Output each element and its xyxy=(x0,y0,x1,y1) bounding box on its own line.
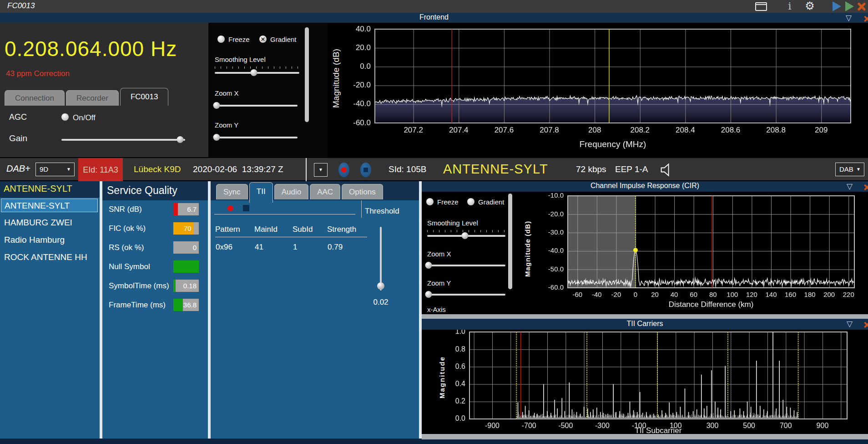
gain-slider[interactable] xyxy=(61,139,185,141)
output-select[interactable]: DAB ▼ xyxy=(835,163,864,176)
window-icon[interactable] xyxy=(755,2,767,11)
info-icon[interactable]: i xyxy=(784,0,795,11)
record-button[interactable] xyxy=(338,163,349,177)
cir-plot[interactable] xyxy=(516,192,868,314)
timestamp: 2020-02-06 13:39:27 Z xyxy=(193,164,283,174)
cir-zoom-y-slider[interactable] xyxy=(427,294,505,296)
cir-gradient-radio[interactable] xyxy=(467,198,474,205)
zoom-y-label: Zoom Y xyxy=(215,121,238,129)
main-area: ANTENNE-SYLT ANTENNE-SYLTHAMBURG ZWEIRad… xyxy=(0,181,868,444)
tii-table-header: MainId xyxy=(254,225,293,237)
tii-table-cell: 0.79 xyxy=(327,237,367,253)
horizontal-scrollbar[interactable] xyxy=(422,314,868,319)
collapse-triangle-icon[interactable]: ▽ xyxy=(847,319,853,329)
station-list-item[interactable]: ANTENNE-SYLT xyxy=(1,199,98,212)
threshold-label: Threshold xyxy=(365,207,399,216)
threshold-slider[interactable] xyxy=(380,227,382,291)
panel-close-icon[interactable] xyxy=(864,184,868,190)
cir-smoothing-slider[interactable] xyxy=(427,235,505,237)
ppm-correction: 43 ppm Correction xyxy=(6,69,70,78)
station-list-item[interactable]: HAMBURG ZWEI xyxy=(1,216,98,230)
frontend-tab-fc0013[interactable]: FC0013 xyxy=(120,88,168,106)
cir-zoom-y-slider-knob[interactable] xyxy=(425,291,432,298)
sq-value: 6.7 xyxy=(187,203,197,215)
freeze-radio[interactable] xyxy=(217,36,225,43)
cir-panel-title: Channel Impulse Response (CIR) xyxy=(422,182,868,190)
zoom-x-label: Zoom X xyxy=(215,89,239,97)
detail-tab-audio[interactable]: Audio xyxy=(274,184,308,199)
cir-controls-scrollbar[interactable] xyxy=(508,194,512,289)
smoothing-slider[interactable] xyxy=(215,72,299,74)
detail-panel: SyncTIIAudioAACOptions PatternMainIdSubI… xyxy=(211,181,419,439)
gain-slider-knob[interactable] xyxy=(177,136,184,143)
gradient-radio[interactable] xyxy=(259,36,267,43)
output-select-value: DAB xyxy=(839,163,853,176)
current-service-name: ANTENNE-SYLT xyxy=(443,162,548,177)
zoom-y-slider-knob[interactable] xyxy=(213,134,220,141)
station-list-item[interactable]: Radio Hamburg xyxy=(1,233,98,247)
threshold-slider-knob[interactable] xyxy=(377,282,384,290)
tuner-panel: 0.208.064.000 Hz 43 ppm Correction Conne… xyxy=(0,23,208,157)
stop-button[interactable] xyxy=(360,163,371,177)
cir-panel: Freeze Gradient Smoothing Level Zoom X Z… xyxy=(422,192,868,314)
sq-bar: 0 xyxy=(173,241,199,254)
collapse-triangle-icon[interactable]: ▽ xyxy=(847,182,853,191)
close-icon[interactable] xyxy=(857,2,866,11)
tii-tab-content: PatternMainIdSubIdStrength0x964110.79 Th… xyxy=(211,200,419,439)
station-list-item[interactable]: ROCK ANTENNE HH xyxy=(1,250,98,264)
sq-bar-fill xyxy=(173,299,183,311)
sq-bar-fill xyxy=(173,260,199,273)
dump-dropdown-button[interactable]: ▼ xyxy=(314,163,328,177)
spectrum-plot[interactable] xyxy=(328,23,868,157)
frontend-tab-recorder[interactable]: Recorder xyxy=(66,90,119,106)
spectrum-controls: Freeze Gradient Smoothing Level Zoom X Z… xyxy=(208,23,328,157)
divider xyxy=(361,200,362,218)
play-blue-icon[interactable] xyxy=(833,1,841,11)
service-id: SId: 105B xyxy=(389,164,426,174)
station-list-header-label: ANTENNE-SYLT xyxy=(4,184,72,194)
play-green-icon[interactable] xyxy=(845,1,854,11)
channel-select[interactable]: 9D ▼ xyxy=(35,163,75,176)
frontend-tab-connection[interactable]: Connection xyxy=(5,90,65,106)
record-icon xyxy=(341,167,347,173)
smoothing-slider-knob[interactable] xyxy=(250,69,257,76)
tii-table-cell: 0x96 xyxy=(215,237,254,253)
service-quality-panel: Service Quality SNR (dB)6.7FIC (ok %)70R… xyxy=(102,181,208,439)
fc0013-app: FC0013 i ⚙ Frontend ▽ 0.208.064.000 Hz 4… xyxy=(0,0,868,444)
panel-close-icon[interactable] xyxy=(864,322,868,328)
gain-label: Gain xyxy=(9,133,27,143)
cir-freeze-radio[interactable] xyxy=(426,198,434,205)
horizontal-scrollbar[interactable] xyxy=(422,434,868,439)
frequency-display: 0.208.064.000 Hz xyxy=(5,36,177,61)
channel-select-value: 9D xyxy=(40,163,48,176)
tii-carriers-panel: Magnitude TII Subcarrier xyxy=(422,330,868,434)
speaker-icon[interactable] xyxy=(660,163,673,177)
detail-tab-tii[interactable]: TII xyxy=(249,182,273,203)
panel-close-icon[interactable] xyxy=(864,15,868,22)
gear-icon[interactable]: ⚙ xyxy=(804,0,815,10)
chevron-down-icon: ▼ xyxy=(856,163,861,176)
cir-zoom-x-slider-knob[interactable] xyxy=(425,262,432,269)
sq-row-label: FIC (ok %) xyxy=(109,222,146,235)
controls-scrollbar[interactable] xyxy=(305,27,309,122)
sq-bar-fill xyxy=(173,203,178,215)
dab-mode-label: DAB+ xyxy=(6,163,30,174)
detail-tab-sync[interactable]: Sync xyxy=(216,184,248,199)
ensemble-id-badge: EId: 11A3 xyxy=(78,158,123,182)
zoom-x-slider[interactable] xyxy=(215,105,298,107)
cir-smoothing-slider-knob[interactable] xyxy=(461,232,468,239)
station-list: ANTENNE-SYLTHAMBURG ZWEIRadio HamburgROC… xyxy=(0,198,100,439)
station-list-panel: ANTENNE-SYLT ANTENNE-SYLTHAMBURG ZWEIRad… xyxy=(0,181,100,439)
cir-zoom-x-slider[interactable] xyxy=(427,265,505,266)
zoom-x-slider-knob[interactable] xyxy=(213,102,220,109)
cir-gradient-label: Gradient xyxy=(478,198,505,206)
zoom-y-slider[interactable] xyxy=(215,137,298,138)
sq-value: 0 xyxy=(193,241,197,254)
tii-panel-header: TII Carriers ▽ xyxy=(422,319,868,330)
detail-tab-options[interactable]: Options xyxy=(342,184,383,199)
collapse-triangle-icon[interactable]: ▽ xyxy=(846,13,852,23)
tii-plot[interactable] xyxy=(422,330,868,434)
sq-row-label: RS (ok %) xyxy=(109,241,144,254)
detail-tab-aac[interactable]: AAC xyxy=(310,184,340,199)
agc-radio[interactable] xyxy=(61,113,69,121)
